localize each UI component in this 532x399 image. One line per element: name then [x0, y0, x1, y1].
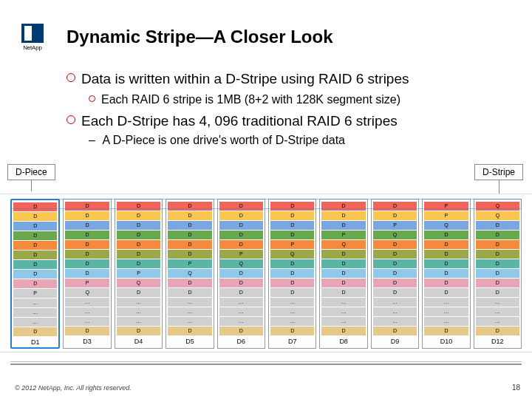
stripe-cell: D — [424, 240, 468, 249]
stripe-cell: D — [424, 269, 468, 278]
drive-column: QQDDDDDDDD………DD12 — [474, 199, 522, 349]
footer-divider — [10, 364, 522, 365]
stripe-cell: D — [424, 259, 468, 268]
stripe-cell: D — [13, 270, 57, 279]
stripe-cell: D — [476, 279, 519, 287]
bullet-list: Data is written within a D-Stripe using … — [66, 69, 517, 148]
stripe-cell: D — [373, 269, 417, 278]
stripe-cell: D — [65, 269, 109, 278]
stripe-cell: Q — [65, 288, 109, 297]
stripe-cell: D — [321, 288, 365, 297]
stripe-cell: … — [373, 298, 417, 307]
stripe-cell: … — [65, 317, 109, 326]
stripe-cell: D — [321, 269, 365, 278]
bullet-icon — [66, 73, 75, 82]
callout-dstripe: D-Stripe — [474, 164, 523, 180]
drive-label: D1 — [13, 338, 57, 346]
drive-label: D3 — [65, 338, 109, 345]
stripe-cell: D — [168, 327, 211, 335]
stripe-cell: Q — [424, 221, 468, 230]
stripe-cell: … — [270, 317, 314, 326]
stripe-cell: … — [117, 317, 160, 326]
stripe-cell: D — [117, 211, 160, 220]
stripe-cell: D — [65, 240, 109, 249]
stripe-cell: D — [219, 269, 263, 278]
stripe-cell: … — [168, 317, 211, 326]
page-title: Dynamic Stripe—A Closer Look — [66, 27, 333, 47]
stripe-cell: … — [373, 307, 417, 316]
stripe-cell: D — [168, 240, 211, 249]
stripe-cell: D — [168, 231, 211, 239]
stripe-cell: P — [117, 269, 160, 278]
stripe-cell: D — [65, 231, 109, 239]
drive-label: D12 — [476, 338, 519, 345]
stripe-cell: D — [117, 231, 160, 239]
bullet-icon — [66, 115, 75, 124]
stripe-cell: Q — [219, 259, 263, 268]
stripe-cell: Q — [321, 240, 365, 249]
stripe-cell: D — [117, 288, 160, 297]
stripe-cell: D — [219, 211, 263, 220]
stripe-cell: D — [13, 260, 57, 269]
stripe-cell: … — [117, 307, 160, 316]
stripe-cell: … — [476, 298, 519, 307]
stripe-cell: D — [13, 231, 57, 240]
stripe-cell: P — [65, 279, 109, 287]
bullet-level1: Each D-Stripe has 4, 096 traditional RAI… — [66, 112, 517, 131]
copyright-text: © 2012 NetApp, Inc. All rights reserved. — [15, 384, 132, 392]
stripe-cell: D — [424, 231, 468, 239]
stripe-cell: P — [373, 221, 417, 230]
stripe-cell: D — [476, 288, 519, 297]
stripe-cell: D — [168, 250, 211, 259]
stripe-cell: D — [13, 241, 57, 250]
stripe-cell: … — [13, 318, 57, 327]
stripe-cell: Q — [168, 269, 211, 278]
bullet-level1: Data is written within a D-Stripe using … — [66, 69, 517, 89]
stripe-cell: D — [65, 327, 109, 335]
bullet-level2: Each RAID 6 stripe is 1MB (8+2 with 128K… — [89, 92, 517, 108]
stripe-cell: D — [65, 221, 109, 230]
dash-icon: – — [89, 134, 95, 146]
stripe-cell: D — [476, 240, 519, 249]
stripe-cell: D — [219, 240, 263, 249]
stripe-cell: D — [13, 327, 57, 336]
drive-label: D9 — [373, 338, 417, 345]
stripe-cell: D — [13, 202, 57, 211]
stripe-cell: D — [476, 327, 519, 335]
stripe-cell: D — [476, 269, 519, 278]
stripe-cell: … — [117, 298, 160, 307]
stripe-cell: P — [168, 259, 211, 268]
stripe-cell: D — [219, 202, 263, 211]
stripe-cell: D — [168, 211, 211, 220]
stripe-cell: D — [13, 212, 57, 221]
stripe-cell: D — [321, 279, 365, 287]
stripe-cell: D — [373, 240, 417, 249]
stripe-cell: P — [424, 202, 468, 211]
stripe-cell: … — [65, 307, 109, 316]
drive-column: DDDDDDDPQD………DD4 — [115, 199, 163, 349]
stripe-cell: … — [424, 317, 468, 326]
bullet-level2: – A D-Piece is one drive's worth of D-St… — [89, 132, 517, 149]
drive-column: DDPQDDDDDD………DD9 — [371, 199, 419, 349]
stripe-cell: D — [321, 211, 365, 220]
stripe-cell: D — [373, 279, 417, 287]
stripe-cell: D — [168, 202, 211, 211]
drive-column: DDDPQDDDDD………DD8 — [319, 199, 367, 349]
stripe-cell: D — [13, 250, 57, 259]
stripe-cell: D — [219, 288, 263, 297]
stripe-cell: … — [321, 298, 365, 307]
stripe-cell: … — [219, 307, 263, 316]
stripe-cell: D — [117, 259, 160, 268]
stripe-cell: D — [321, 221, 365, 230]
stripe-cell: D — [13, 279, 57, 288]
stripe-cell: D — [65, 211, 109, 220]
stripe-cell: D — [270, 221, 314, 230]
stripe-cell: D — [219, 327, 263, 335]
drive-label: D4 — [117, 338, 160, 345]
drive-column: DDDDDDDDPQ………DD3 — [63, 199, 111, 349]
stripe-cell: D — [373, 259, 417, 268]
stripe-cell: … — [270, 307, 314, 316]
stripe-cell: D — [168, 279, 211, 287]
brand-logo-mark — [21, 24, 44, 43]
stripe-cell: D — [321, 202, 365, 211]
